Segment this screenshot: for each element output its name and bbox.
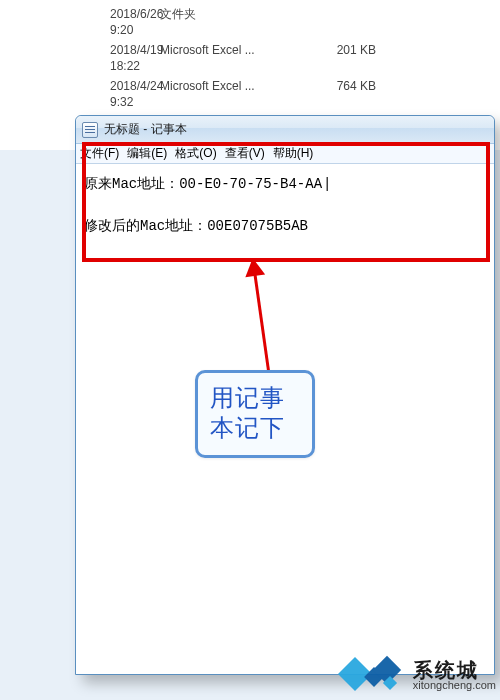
titlebar[interactable]: 无标题 - 记事本 (76, 116, 494, 144)
callout-text: 用记事本记下 (210, 383, 300, 443)
menu-file[interactable]: 文件(F) (80, 145, 119, 162)
file-type: Microsoft Excel ... (150, 78, 290, 110)
file-row[interactable]: 2018/4/24 9:32 Microsoft Excel ... 764 K… (0, 76, 500, 112)
watermark-en: xitongcheng.com (413, 680, 496, 691)
annotation-callout: 用记事本记下 (195, 370, 315, 458)
file-date: 2018/4/19 18:22 (0, 42, 150, 74)
notepad-icon (82, 122, 98, 138)
menu-format[interactable]: 格式(O) (175, 145, 216, 162)
text-line: 修改后的Mac地址：00E07075B5AB (84, 218, 308, 234)
file-date: 2018/4/24 9:32 (0, 78, 150, 110)
file-type: 文件夹 (150, 6, 290, 38)
menu-view[interactable]: 查看(V) (225, 145, 265, 162)
menubar: 文件(F) 编辑(E) 格式(O) 查看(V) 帮助(H) (76, 144, 494, 164)
text-line: 原来Mac地址：00-E0-70-75-B4-AA (84, 176, 322, 192)
file-type: Microsoft Excel ... (150, 42, 290, 74)
watermark-cn: 系统城 (413, 660, 479, 680)
file-row[interactable]: 2018/6/26 9:20 文件夹 (0, 4, 500, 40)
window-title: 无标题 - 记事本 (104, 121, 187, 138)
file-size: 764 KB (290, 78, 380, 110)
menu-edit[interactable]: 编辑(E) (127, 145, 167, 162)
watermark: 系统城 xitongcheng.com (337, 656, 496, 694)
file-row[interactable]: 2018/4/19 18:22 Microsoft Excel ... 201 … (0, 40, 500, 76)
menu-help[interactable]: 帮助(H) (273, 145, 314, 162)
file-size (290, 6, 380, 38)
watermark-logo-icon (337, 656, 407, 694)
file-date: 2018/6/26 9:20 (0, 6, 150, 38)
file-size: 201 KB (290, 42, 380, 74)
